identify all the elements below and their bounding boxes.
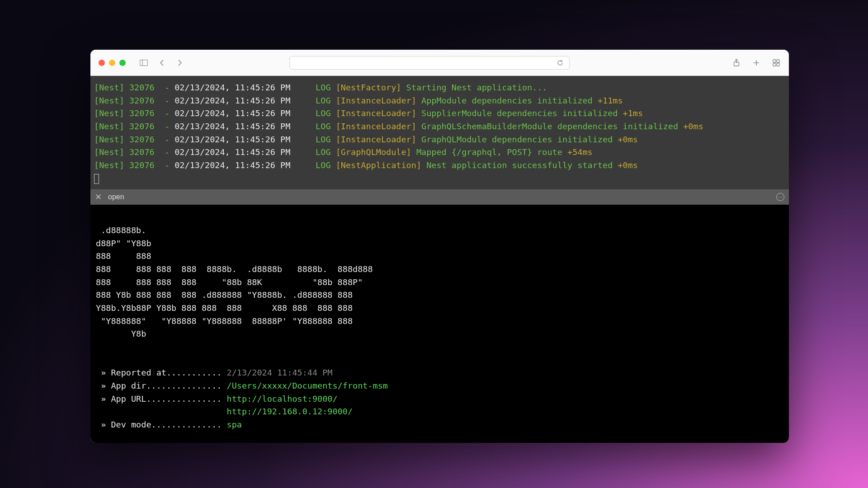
close-tab-icon[interactable]: ✕ <box>95 192 102 202</box>
svg-rect-7 <box>777 60 779 62</box>
svg-rect-0 <box>140 60 148 66</box>
terminal-tab-label[interactable]: open <box>108 193 124 201</box>
sidebar-toggle-icon[interactable] <box>139 58 148 67</box>
maximize-window-button[interactable] <box>119 60 126 66</box>
svg-rect-8 <box>773 63 776 66</box>
quasar-log-panel: .d88888b. d88P" "Y88b 888 888 888 888 88… <box>90 205 789 443</box>
reload-icon[interactable] <box>556 58 565 67</box>
tabs-grid-icon[interactable] <box>772 58 781 67</box>
share-icon[interactable] <box>732 58 741 67</box>
nest-log-panel: [Nest] 32076 - 02/13/2024, 11:45:26 PM L… <box>90 76 789 189</box>
tab-options-icon[interactable]: ··· <box>776 193 784 201</box>
terminal-tab-bar: ✕ open ··· <box>90 189 789 205</box>
browser-window: [Nest] 32076 - 02/13/2024, 11:45:26 PM L… <box>90 50 789 443</box>
forward-button[interactable] <box>175 58 184 67</box>
traffic-lights <box>99 60 126 66</box>
svg-rect-6 <box>773 60 776 62</box>
svg-rect-9 <box>777 63 779 66</box>
address-bar[interactable] <box>289 56 570 70</box>
minimize-window-button[interactable] <box>109 60 115 66</box>
back-button[interactable] <box>157 58 166 67</box>
new-tab-icon[interactable] <box>752 58 761 67</box>
close-window-button[interactable] <box>99 60 105 66</box>
titlebar <box>90 50 789 76</box>
